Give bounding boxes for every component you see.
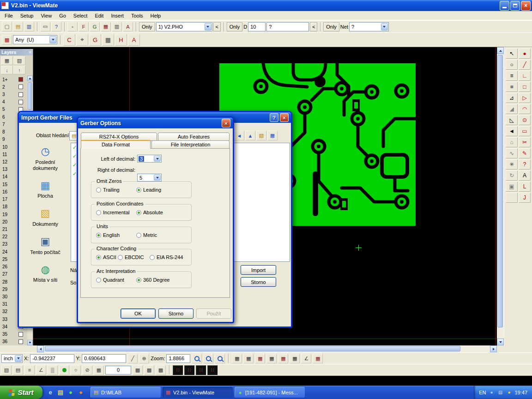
menu-item[interactable]: Go (55, 12, 70, 19)
layer-row[interactable]: 1+ (0, 76, 27, 83)
move-layer-up-icon[interactable]: ↑ (13, 66, 25, 74)
tab-file-interpretation[interactable]: File Interpretation (151, 140, 230, 149)
arc-tool-icon[interactable]: ◠ (519, 104, 531, 114)
only-layer-toggle[interactable]: Only (139, 22, 155, 31)
scroll-left-icon[interactable] (37, 345, 44, 352)
folders-icon[interactable]: ▤ (56, 388, 65, 397)
radio-incremental[interactable]: Incremental (96, 210, 129, 215)
layer-row[interactable]: 2 (0, 83, 27, 91)
firefox-icon[interactable]: ● (77, 388, 85, 397)
angle-icon[interactable]: ∠ (36, 365, 46, 375)
place-item[interactable]: ▧ Dokumenty (23, 206, 67, 227)
dot-grid-3-icon[interactable]: ▩ (156, 365, 166, 375)
spacer-tool-icon[interactable] (506, 193, 518, 203)
radio-english[interactable]: English (96, 232, 120, 238)
settings-tool-icon[interactable]: ✳ (506, 159, 518, 169)
only-dcode-toggle[interactable]: Only (227, 22, 243, 31)
select-cursor-icon[interactable]: ↖ (506, 48, 518, 59)
overlay-pattern-4-icon[interactable]: ∷ (207, 365, 218, 375)
pencil-tool-icon[interactable]: ✎ (519, 148, 531, 158)
slope-tool-icon[interactable]: ◢ (506, 104, 518, 114)
new-folder-icon[interactable]: ▧ (256, 131, 266, 140)
radio-metric[interactable]: Metric (136, 232, 157, 238)
print-icon[interactable]: ▭ (40, 22, 50, 31)
language-indicator[interactable]: EN (479, 390, 486, 395)
layer-grid-alt-icon[interactable]: ▧ (13, 56, 25, 65)
scroll-down-icon[interactable] (497, 339, 504, 345)
restore-button[interactable] (510, 1, 520, 11)
select-area-icon[interactable]: ▫ (67, 22, 78, 31)
only-net-toggle[interactable]: Only (323, 22, 339, 31)
overlay-pattern-3-icon[interactable]: ∷ (196, 365, 206, 375)
zoom-out-icon[interactable] (203, 354, 213, 363)
units-combo[interactable]: inch (1, 354, 23, 363)
taskbar-button-message[interactable]: ● [191-482-091] - Mess... (235, 387, 305, 398)
views-icon[interactable]: ▦ (267, 131, 278, 140)
fill-tool-icon[interactable]: ■ (506, 82, 518, 92)
save-file-icon[interactable]: ▥ (24, 22, 34, 31)
close-button[interactable]: × (521, 1, 531, 11)
cancel-button[interactable]: Storno (241, 277, 276, 287)
close-dialog-button[interactable]: × (280, 113, 289, 122)
up-folder-icon[interactable]: ▲ (245, 131, 255, 140)
place-item[interactable]: ◍ Místa v síti (23, 262, 67, 283)
origin-icon[interactable]: ⊕ (139, 354, 149, 363)
menu-item[interactable]: Help (147, 12, 165, 19)
probe-slash-icon[interactable]: ⊘ (82, 365, 92, 375)
layer-grid-icon[interactable]: ▦ (1, 56, 13, 65)
dot-grid-1-icon[interactable]: ▩ (133, 365, 143, 375)
close-dialog-button[interactable]: × (222, 119, 230, 127)
list-lines-icon[interactable]: ≡ (24, 365, 35, 375)
text-tool-icon[interactable]: A (519, 170, 531, 181)
grid-red-2-icon[interactable]: ▦ (278, 354, 288, 363)
grid-angle-icon[interactable]: ∠ (301, 354, 311, 363)
measure-tool-icon[interactable]: ◺ (506, 115, 518, 125)
right-of-decimal-combo[interactable]: 5 (137, 174, 162, 181)
horizontal-scrollbar[interactable] (44, 345, 490, 352)
line-tool-icon[interactable]: ╱ (519, 60, 531, 70)
tab-data-format[interactable]: Data Format (81, 140, 151, 149)
menu-item[interactable]: Tools (127, 12, 147, 19)
radio-absolute[interactable]: Absolute (136, 210, 163, 215)
menu-item[interactable]: File (1, 12, 17, 19)
hatch-grid-icon[interactable]: ▥ (112, 22, 122, 31)
dcode-query-input[interactable]: ? (266, 22, 309, 31)
pad-grid-icon[interactable]: ▦ (101, 22, 111, 31)
radio-360-degree[interactable]: 360 Degree (136, 277, 170, 283)
l-shape-tool-icon[interactable]: L (519, 181, 531, 192)
scroll-right-icon[interactable] (490, 345, 497, 352)
layer-row[interactable]: 35 (0, 330, 27, 338)
grid-red-1-icon[interactable]: ▦ (255, 354, 265, 363)
layer-row[interactable]: 36 (0, 338, 27, 345)
layer-visibility-checkbox[interactable] (18, 100, 23, 104)
scrollbar-thumb[interactable] (45, 346, 460, 351)
cell-select-icon[interactable]: ▩ (2, 35, 12, 45)
dcode-list-icon[interactable]: ○ (506, 60, 518, 70)
grid-view-1-icon[interactable]: ▦ (232, 354, 242, 363)
edit-grid-icon[interactable]: ▧ (1, 365, 12, 375)
place-item[interactable]: ◷ Poslední dokumenty (23, 145, 67, 171)
ok-button[interactable]: OK (121, 308, 156, 319)
new-file-icon[interactable]: ▢ (2, 22, 12, 31)
grid-view-5-icon[interactable]: ▦ (313, 354, 323, 363)
snap-tool-icon[interactable]: ⌂ (506, 137, 518, 147)
menu-item[interactable]: Edit (91, 12, 107, 19)
target-tool-icon[interactable]: ⌖ (76, 34, 88, 46)
scroll-down-icon[interactable] (27, 340, 33, 345)
menu-item[interactable]: View (37, 12, 55, 19)
antivirus-icon[interactable]: ● (506, 389, 512, 396)
wave-tool-icon[interactable]: ∿ (506, 148, 518, 158)
probe-circle-icon[interactable]: ○ (71, 365, 81, 375)
usb-device-icon[interactable]: ▤ (497, 389, 503, 396)
language-bar-icon[interactable]: ● (488, 389, 495, 396)
highlight-net-icon[interactable]: G (90, 22, 100, 31)
close-panel-icon[interactable]: × (29, 50, 31, 55)
prev-layer-button[interactable]: < (213, 22, 221, 31)
back-icon[interactable]: ◄ (234, 131, 244, 140)
gerber-dialog-titlebar[interactable]: Gerber Options × (78, 118, 233, 128)
measure-diagonal-icon[interactable]: ╱ (127, 354, 138, 363)
obround-tool-icon[interactable]: ▭ (519, 126, 531, 136)
help-button[interactable]: ? (270, 113, 278, 122)
zoom-window-icon[interactable] (215, 354, 225, 363)
polyline-tool-icon[interactable]: ∟ (519, 71, 531, 81)
